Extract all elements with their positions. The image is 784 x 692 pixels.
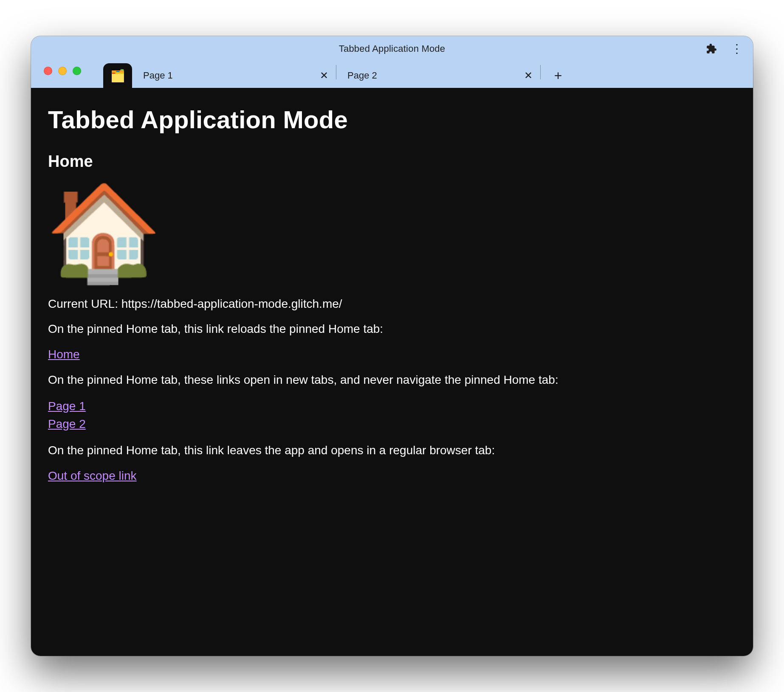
page-subtitle: Home <box>48 151 736 172</box>
current-url-label: Current URL: <box>48 297 121 310</box>
current-url-value: https://tabbed-application-mode.glitch.m… <box>121 297 342 310</box>
tab-label: Page 2 <box>347 70 377 81</box>
para-reload: On the pinned Home tab, this link reload… <box>48 321 736 337</box>
title-bar: Tabbed Application Mode <box>31 36 753 62</box>
tab-page-1[interactable]: Page 1 ✕ <box>132 63 336 88</box>
pinned-tab-icon: 🗂️ <box>110 69 125 83</box>
link-page-1[interactable]: Page 1 <box>48 397 86 415</box>
page-content: Tabbed Application Mode Home 🏠 Current U… <box>31 88 753 656</box>
page-title: Tabbed Application Mode <box>48 103 736 136</box>
window-close-button[interactable] <box>44 67 52 75</box>
pinned-home-tab[interactable]: 🗂️ <box>103 63 132 88</box>
window-title: Tabbed Application Mode <box>339 43 445 54</box>
extensions-icon[interactable] <box>705 42 718 56</box>
house-icon: 🏠 <box>45 186 162 279</box>
tab-page-2[interactable]: Page 2 ✕ <box>336 63 540 88</box>
window-maximize-button[interactable] <box>73 67 81 75</box>
para-newtabs: On the pinned Home tab, these links open… <box>48 372 736 388</box>
close-tab-icon[interactable]: ✕ <box>318 70 330 82</box>
tab-divider <box>540 65 541 79</box>
window-minimize-button[interactable] <box>58 67 67 75</box>
para-leave: On the pinned Home tab, this link leaves… <box>48 442 736 459</box>
app-window: Tabbed Application Mode 🗂️ Page 1 ✕ Page… <box>31 36 753 656</box>
link-out-of-scope[interactable]: Out of scope link <box>48 469 137 482</box>
tab-label: Page 1 <box>143 70 173 81</box>
tab-strip: 🗂️ Page 1 ✕ Page 2 ✕ + <box>31 62 753 88</box>
window-traffic-lights <box>44 67 81 75</box>
new-tab-button[interactable]: + <box>548 66 568 85</box>
link-page-2[interactable]: Page 2 <box>48 415 86 433</box>
current-url-line: Current URL: https://tabbed-application-… <box>48 296 736 312</box>
close-tab-icon[interactable]: ✕ <box>522 70 534 82</box>
link-home[interactable]: Home <box>48 348 80 361</box>
more-menu-icon[interactable] <box>730 42 744 56</box>
